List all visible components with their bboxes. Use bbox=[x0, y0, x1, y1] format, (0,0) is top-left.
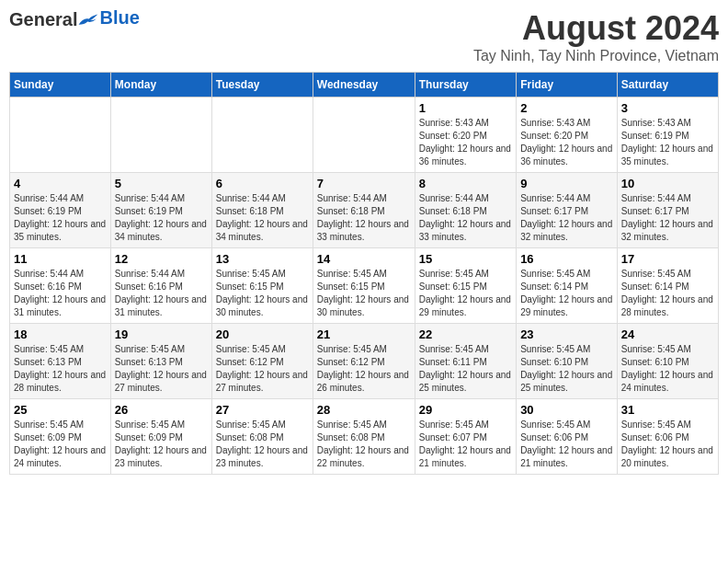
logo-bird-icon bbox=[77, 11, 99, 29]
day-info: Sunrise: 5:43 AM Sunset: 6:20 PM Dayligh… bbox=[419, 117, 512, 168]
title-area: August 2024 Tay Ninh, Tay Ninh Province,… bbox=[473, 9, 719, 64]
day-info: Sunrise: 5:45 AM Sunset: 6:13 PM Dayligh… bbox=[115, 343, 208, 395]
calendar-cell bbox=[10, 98, 111, 173]
day-info: Sunrise: 5:44 AM Sunset: 6:16 PM Dayligh… bbox=[115, 268, 208, 319]
day-number: 11 bbox=[14, 252, 107, 266]
calendar-cell: 13Sunrise: 5:45 AM Sunset: 6:15 PM Dayli… bbox=[211, 248, 313, 324]
day-number: 23 bbox=[520, 327, 613, 341]
calendar-cell: 3Sunrise: 5:43 AM Sunset: 6:19 PM Daylig… bbox=[617, 98, 718, 173]
day-info: Sunrise: 5:45 AM Sunset: 6:10 PM Dayligh… bbox=[520, 343, 613, 395]
calendar-cell: 25Sunrise: 5:45 AM Sunset: 6:09 PM Dayli… bbox=[10, 399, 111, 475]
day-number: 8 bbox=[419, 177, 512, 190]
day-info: Sunrise: 5:44 AM Sunset: 6:19 PM Dayligh… bbox=[14, 192, 107, 244]
day-info: Sunrise: 5:45 AM Sunset: 6:07 PM Dayligh… bbox=[419, 419, 512, 470]
day-info: Sunrise: 5:45 AM Sunset: 6:06 PM Dayligh… bbox=[621, 419, 714, 470]
day-info: Sunrise: 5:45 AM Sunset: 6:15 PM Dayligh… bbox=[216, 268, 309, 319]
calendar-cell: 11Sunrise: 5:44 AM Sunset: 6:16 PM Dayli… bbox=[10, 248, 111, 324]
day-info: Sunrise: 5:45 AM Sunset: 6:06 PM Dayligh… bbox=[520, 419, 613, 470]
day-number: 10 bbox=[621, 177, 714, 190]
calendar-cell: 16Sunrise: 5:45 AM Sunset: 6:14 PM Dayli… bbox=[517, 248, 618, 324]
calendar-cell: 1Sunrise: 5:43 AM Sunset: 6:20 PM Daylig… bbox=[415, 98, 516, 173]
day-info: Sunrise: 5:45 AM Sunset: 6:09 PM Dayligh… bbox=[14, 419, 107, 470]
day-number: 12 bbox=[115, 252, 208, 266]
calendar-cell: 27Sunrise: 5:45 AM Sunset: 6:08 PM Dayli… bbox=[211, 399, 313, 475]
calendar-cell: 8Sunrise: 5:44 AM Sunset: 6:18 PM Daylig… bbox=[415, 173, 516, 248]
calendar-cell: 23Sunrise: 5:45 AM Sunset: 6:10 PM Dayli… bbox=[517, 324, 618, 399]
day-number: 14 bbox=[317, 252, 411, 266]
calendar-header-thursday: Thursday bbox=[415, 73, 516, 98]
day-number: 1 bbox=[419, 101, 512, 115]
calendar-header-monday: Monday bbox=[110, 73, 211, 98]
day-info: Sunrise: 5:45 AM Sunset: 6:14 PM Dayligh… bbox=[520, 268, 613, 319]
day-info: Sunrise: 5:45 AM Sunset: 6:09 PM Dayligh… bbox=[115, 419, 208, 470]
logo: General Blue bbox=[9, 9, 140, 30]
day-number: 30 bbox=[520, 403, 613, 417]
calendar-cell: 24Sunrise: 5:45 AM Sunset: 6:10 PM Dayli… bbox=[617, 324, 718, 399]
day-info: Sunrise: 5:44 AM Sunset: 6:18 PM Dayligh… bbox=[216, 192, 309, 244]
day-info: Sunrise: 5:45 AM Sunset: 6:15 PM Dayligh… bbox=[419, 268, 512, 319]
calendar-cell: 5Sunrise: 5:44 AM Sunset: 6:19 PM Daylig… bbox=[110, 173, 211, 248]
calendar-cell: 26Sunrise: 5:45 AM Sunset: 6:09 PM Dayli… bbox=[110, 399, 211, 475]
day-info: Sunrise: 5:45 AM Sunset: 6:10 PM Dayligh… bbox=[621, 343, 714, 395]
day-number: 26 bbox=[115, 403, 208, 417]
day-number: 15 bbox=[419, 252, 512, 266]
calendar-cell: 30Sunrise: 5:45 AM Sunset: 6:06 PM Dayli… bbox=[517, 399, 618, 475]
calendar-cell: 21Sunrise: 5:45 AM Sunset: 6:12 PM Dayli… bbox=[313, 324, 415, 399]
day-number: 9 bbox=[520, 177, 613, 190]
calendar-cell: 6Sunrise: 5:44 AM Sunset: 6:18 PM Daylig… bbox=[211, 173, 313, 248]
calendar-cell: 28Sunrise: 5:45 AM Sunset: 6:08 PM Dayli… bbox=[313, 399, 415, 475]
calendar-header-friday: Friday bbox=[517, 73, 618, 98]
logo-area: General Blue bbox=[9, 9, 140, 30]
day-info: Sunrise: 5:44 AM Sunset: 6:16 PM Dayligh… bbox=[14, 268, 107, 319]
location-title: Tay Ninh, Tay Ninh Province, Vietnam bbox=[473, 48, 719, 64]
calendar-cell: 15Sunrise: 5:45 AM Sunset: 6:15 PM Dayli… bbox=[415, 248, 516, 324]
day-info: Sunrise: 5:44 AM Sunset: 6:18 PM Dayligh… bbox=[317, 192, 411, 244]
day-number: 31 bbox=[621, 403, 714, 417]
calendar-cell: 7Sunrise: 5:44 AM Sunset: 6:18 PM Daylig… bbox=[313, 173, 415, 248]
day-number: 16 bbox=[520, 252, 613, 266]
day-number: 28 bbox=[317, 403, 411, 417]
calendar-cell: 9Sunrise: 5:44 AM Sunset: 6:17 PM Daylig… bbox=[517, 173, 618, 248]
day-number: 29 bbox=[419, 403, 512, 417]
day-info: Sunrise: 5:44 AM Sunset: 6:19 PM Dayligh… bbox=[115, 192, 208, 244]
day-info: Sunrise: 5:45 AM Sunset: 6:11 PM Dayligh… bbox=[419, 343, 512, 395]
day-number: 21 bbox=[317, 327, 411, 341]
day-info: Sunrise: 5:45 AM Sunset: 6:14 PM Dayligh… bbox=[621, 268, 714, 319]
calendar-cell: 18Sunrise: 5:45 AM Sunset: 6:13 PM Dayli… bbox=[10, 324, 111, 399]
day-number: 18 bbox=[14, 327, 107, 341]
day-info: Sunrise: 5:45 AM Sunset: 6:08 PM Dayligh… bbox=[216, 419, 309, 470]
calendar-cell: 17Sunrise: 5:45 AM Sunset: 6:14 PM Dayli… bbox=[617, 248, 718, 324]
calendar-table: SundayMondayTuesdayWednesdayThursdayFrid… bbox=[9, 72, 719, 475]
calendar-cell bbox=[313, 98, 415, 173]
calendar-cell: 10Sunrise: 5:44 AM Sunset: 6:17 PM Dayli… bbox=[617, 173, 718, 248]
calendar-header-wednesday: Wednesday bbox=[313, 73, 415, 98]
day-info: Sunrise: 5:43 AM Sunset: 6:19 PM Dayligh… bbox=[621, 117, 714, 168]
day-number: 2 bbox=[520, 101, 613, 115]
calendar-header-saturday: Saturday bbox=[617, 73, 718, 98]
calendar-cell bbox=[110, 98, 211, 173]
calendar-cell: 2Sunrise: 5:43 AM Sunset: 6:20 PM Daylig… bbox=[517, 98, 618, 173]
day-info: Sunrise: 5:45 AM Sunset: 6:15 PM Dayligh… bbox=[317, 268, 411, 319]
day-number: 13 bbox=[216, 252, 309, 266]
calendar-cell: 31Sunrise: 5:45 AM Sunset: 6:06 PM Dayli… bbox=[617, 399, 718, 475]
day-info: Sunrise: 5:45 AM Sunset: 6:08 PM Dayligh… bbox=[317, 419, 411, 470]
day-number: 4 bbox=[14, 177, 107, 190]
day-number: 7 bbox=[317, 177, 411, 190]
day-number: 3 bbox=[621, 101, 714, 115]
calendar-cell bbox=[211, 98, 313, 173]
day-number: 24 bbox=[621, 327, 714, 341]
calendar-cell: 20Sunrise: 5:45 AM Sunset: 6:12 PM Dayli… bbox=[211, 324, 313, 399]
day-info: Sunrise: 5:45 AM Sunset: 6:12 PM Dayligh… bbox=[317, 343, 411, 395]
day-info: Sunrise: 5:45 AM Sunset: 6:13 PM Dayligh… bbox=[14, 343, 107, 395]
calendar-cell: 14Sunrise: 5:45 AM Sunset: 6:15 PM Dayli… bbox=[313, 248, 415, 324]
day-number: 25 bbox=[14, 403, 107, 417]
day-number: 20 bbox=[216, 327, 309, 341]
day-info: Sunrise: 5:45 AM Sunset: 6:12 PM Dayligh… bbox=[216, 343, 309, 395]
calendar-header-sunday: Sunday bbox=[10, 73, 111, 98]
day-number: 5 bbox=[115, 177, 208, 190]
day-number: 6 bbox=[216, 177, 309, 190]
calendar-cell: 4Sunrise: 5:44 AM Sunset: 6:19 PM Daylig… bbox=[10, 173, 111, 248]
calendar-cell: 22Sunrise: 5:45 AM Sunset: 6:11 PM Dayli… bbox=[415, 324, 516, 399]
day-number: 22 bbox=[419, 327, 512, 341]
calendar-cell: 19Sunrise: 5:45 AM Sunset: 6:13 PM Dayli… bbox=[110, 324, 211, 399]
